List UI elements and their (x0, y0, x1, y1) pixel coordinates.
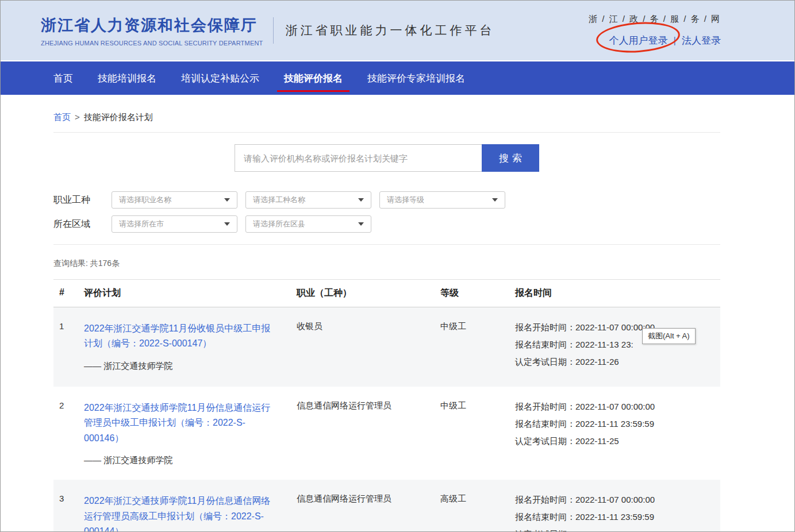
occupation-name-select[interactable]: 请选择职业名称 (112, 191, 237, 209)
portal-name: 浙 / 江 / 政 / 务 / 服 / 务 / 网 (589, 14, 721, 25)
plans-table: # 评价计划 职业（工种） 等级 报名时间 1 2022年浙江交通学院11月份收… (53, 279, 720, 532)
search-input[interactable] (235, 144, 482, 172)
corporate-login-link[interactable]: 法人登录 (682, 35, 721, 46)
row-index: 2 (53, 400, 84, 466)
district-select-value: 请选择所在区县 (253, 219, 305, 229)
level-select[interactable]: 请选择等级 (379, 191, 505, 209)
nav-home[interactable]: 首页 (53, 61, 73, 95)
work-type-select[interactable]: 请选择工种名称 (245, 191, 371, 209)
search-button[interactable]: 搜索 (482, 144, 539, 172)
plan-org: —— 浙江交通技师学院 (84, 455, 279, 466)
table-row: 1 2022年浙江交通学院11月份收银员中级工申报计划（编号：2022-S-00… (53, 307, 720, 387)
nav-expert-training-signup[interactable]: 技能评价专家培训报名 (367, 61, 465, 95)
nav-subsidy-publicity[interactable]: 培训认定补贴公示 (181, 61, 259, 95)
work-type-select-value: 请选择工种名称 (253, 195, 305, 205)
occupation-filter-label: 职业工种 (53, 194, 112, 206)
site-header: 浙江省人力资源和社会保障厅 ZHEJIANG HUMAN RESOURCES A… (1, 1, 794, 60)
filters-divider (53, 244, 720, 245)
city-select[interactable]: 请选择所在市 (112, 215, 237, 233)
chevron-down-icon (492, 198, 498, 202)
chevron-down-icon (358, 222, 364, 226)
occupation-name-select-value: 请选择职业名称 (119, 195, 171, 205)
signup-end-time: 报名结束时间：2022-11-11 23:59:59 (515, 418, 720, 430)
main-nav: 首页 技能培训报名 培训认定补贴公示 技能评价报名 技能评价专家培训报名 (1, 61, 794, 95)
login-links: 个人用户登录|法人登录 (589, 34, 721, 47)
screenshot-tooltip: 截图(Alt + A) (642, 328, 696, 344)
org-name-en: ZHEJIANG HUMAN RESOURCES AND SOCIAL SECU… (41, 40, 263, 47)
plan-level: 中级工 (440, 321, 515, 373)
col-header-level: 等级 (440, 287, 515, 299)
chevron-down-icon (224, 222, 230, 226)
plan-title-link[interactable]: 2022年浙江交通技师学院11月份信息通信运行管理员中级工申报计划（编号：202… (84, 403, 270, 443)
personal-login-link[interactable]: 个人用户登录 (609, 35, 668, 46)
header-divider (273, 17, 274, 44)
breadcrumb-current: 技能评价报名计划 (84, 112, 153, 122)
plan-times: 报名开始时间：2022-11-07 00:00:00 报名结束时间：2022-1… (515, 400, 720, 466)
results-summary: 查询结果: 共176条 (53, 259, 720, 269)
plan-occupation: 收银员 (297, 321, 440, 373)
breadcrumb-separator: > (75, 112, 80, 122)
page: 浙江省人力资源和社会保障厅 ZHEJIANG HUMAN RESOURCES A… (0, 0, 795, 532)
city-select-value: 请选择所在市 (119, 219, 164, 229)
plan-occupation: 信息通信网络运行管理员 (297, 400, 440, 466)
signup-end-time: 报名结束时间：2022-11-11 23:59:59 (515, 511, 720, 523)
nav-skill-evaluation-signup[interactable]: 技能评价报名 (284, 61, 343, 95)
login-separator: | (674, 35, 676, 46)
signup-start-time: 报名开始时间：2022-11-07 00:00:00 (515, 494, 720, 506)
plan-title-link[interactable]: 2022年浙江交通学院11月份收银员中级工申报计划（编号：2022-S-0001… (84, 323, 270, 348)
table-header-row: # 评价计划 职业（工种） 等级 报名时间 (53, 279, 720, 307)
col-header-index: # (53, 287, 84, 299)
plan-title-link[interactable]: 2022年浙江交通技师学院11月份信息通信网络运行管理员高级工申报计划（编号：2… (84, 496, 270, 532)
chevron-down-icon (224, 198, 230, 202)
table-row: 2 2022年浙江交通技师学院11月份信息通信运行管理员中级工申报计划（编号：2… (53, 387, 720, 480)
plan-level: 中级工 (440, 400, 515, 466)
plan-times: 报名开始时间：2022-11-07 00:00:00 报名结束时间：2022-1… (515, 494, 720, 532)
nav-skill-training-signup[interactable]: 技能培训报名 (98, 61, 156, 95)
level-select-value: 请选择等级 (387, 195, 424, 205)
chevron-down-icon (358, 198, 364, 202)
filters: 职业工种 请选择职业名称 请选择工种名称 请选择等级 所在区域 请选择所在市 (53, 191, 720, 245)
header-right: 浙 / 江 / 政 / 务 / 服 / 务 / 网 个人用户登录|法人登录 (589, 14, 721, 47)
exam-date: 认定考试日期：2022-11-26 (515, 528, 720, 532)
plan-level: 高级工 (440, 494, 515, 532)
region-filter-row: 所在区域 请选择所在市 请选择所在区县 (53, 215, 720, 233)
exam-date: 认定考试日期：2022-11-26 (515, 356, 720, 368)
org-name: 浙江省人力资源和社会保障厅 (41, 15, 263, 36)
table-row: 3 2022年浙江交通技师学院11月份信息通信网络运行管理员高级工申报计划（编号… (53, 480, 720, 532)
platform-title: 浙江省职业能力一体化工作平台 (285, 22, 494, 38)
col-header-signup-time: 报名时间 (515, 287, 720, 299)
region-filter-label: 所在区域 (53, 218, 112, 230)
col-header-occupation: 职业（工种） (297, 287, 440, 299)
plan-org: —— 浙江交通技师学院 (84, 361, 279, 372)
plan-occupation: 信息通信网络运行管理员 (297, 494, 440, 532)
breadcrumb-home-link[interactable]: 首页 (53, 112, 71, 122)
row-index: 3 (53, 494, 84, 532)
search-bar: 搜索 (53, 144, 720, 172)
row-index: 1 (53, 321, 84, 373)
district-select[interactable]: 请选择所在区县 (245, 215, 371, 233)
exam-date: 认定考试日期：2022-11-25 (515, 435, 720, 447)
col-header-plan: 评价计划 (84, 287, 297, 299)
signup-start-time: 报名开始时间：2022-11-07 00:00:00 (515, 400, 720, 413)
breadcrumb: 首页>技能评价报名计划 (53, 95, 720, 133)
content: 首页>技能评价报名计划 搜索 职业工种 请选择职业名称 请选择工种名称 请选择等… (53, 95, 720, 532)
occupation-filter-row: 职业工种 请选择职业名称 请选择工种名称 请选择等级 (53, 191, 720, 209)
brand: 浙江省人力资源和社会保障厅 ZHEJIANG HUMAN RESOURCES A… (41, 15, 263, 47)
